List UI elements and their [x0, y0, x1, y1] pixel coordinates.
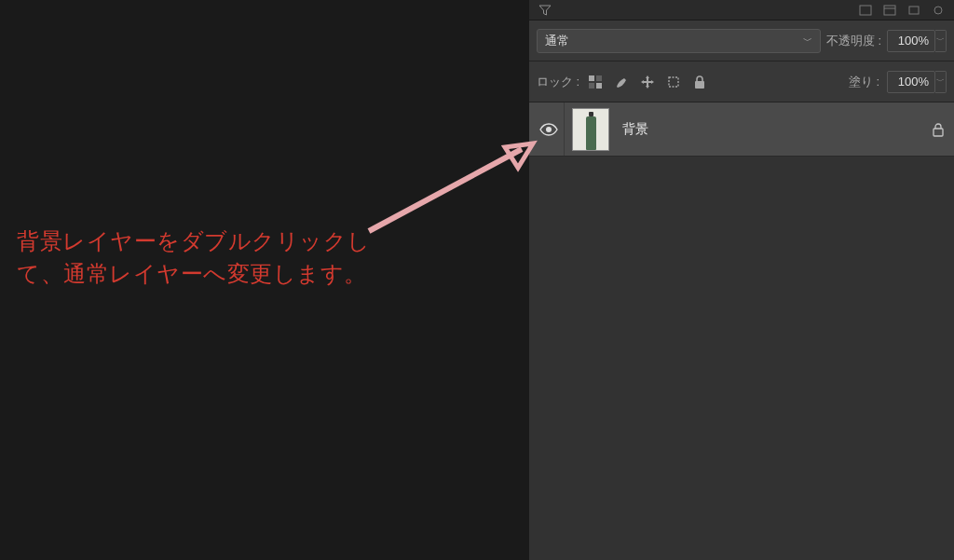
fill-value-input[interactable]: 100% — [887, 71, 935, 93]
opacity-stepper[interactable]: ﹀ — [935, 30, 947, 52]
layer-row-background[interactable]: 背景 — [529, 102, 954, 157]
svg-rect-8 — [596, 75, 602, 81]
panel-mini-icon-2[interactable] — [881, 4, 898, 17]
svg-marker-1 — [505, 143, 533, 168]
fill-label: 塗り : — [849, 74, 879, 90]
svg-rect-12 — [695, 81, 704, 89]
blend-mode-value: 通常 — [545, 33, 569, 49]
svg-rect-9 — [589, 83, 594, 89]
layer-name-label: 背景 — [622, 121, 648, 138]
blend-opacity-row: 通常 ﹀ 不透明度 : 100% ﹀ — [529, 20, 954, 61]
panel-mini-icon-4[interactable] — [930, 4, 947, 17]
panel-toolbar — [529, 0, 954, 20]
layer-visibility-toggle[interactable] — [533, 102, 565, 156]
panel-mini-icon-1[interactable] — [857, 4, 874, 17]
svg-rect-3 — [884, 6, 895, 15]
chevron-down-icon: ﹀ — [803, 34, 812, 48]
fill-stepper[interactable]: ﹀ — [935, 71, 947, 93]
lock-all-icon[interactable] — [691, 74, 708, 90]
blend-mode-select[interactable]: 通常 ﹀ — [537, 29, 821, 53]
svg-rect-14 — [934, 129, 943, 136]
layers-panel: 通常 ﹀ 不透明度 : 100% ﹀ ロック : — [529, 0, 954, 560]
lock-brush-icon[interactable] — [613, 74, 630, 90]
svg-rect-11 — [669, 77, 678, 87]
layer-list: 背景 — [529, 102, 954, 560]
filter-icon[interactable] — [537, 4, 553, 17]
svg-rect-5 — [909, 7, 919, 14]
svg-line-0 — [369, 149, 522, 231]
layer-lock-indicator-icon — [932, 122, 945, 137]
lock-artboard-icon[interactable] — [665, 74, 682, 90]
svg-point-13 — [546, 127, 552, 132]
svg-rect-2 — [860, 6, 871, 15]
svg-rect-10 — [596, 83, 602, 89]
canvas-area: 背景レイヤーをダブルクリックして、通常レイヤーへ変更します。 — [0, 0, 529, 560]
svg-rect-7 — [589, 75, 594, 81]
layer-thumbnail — [572, 108, 609, 151]
lock-label: ロック : — [537, 74, 579, 90]
lock-pixels-icon[interactable] — [587, 74, 604, 90]
lock-move-icon[interactable] — [639, 74, 656, 90]
panel-mini-icon-3[interactable] — [906, 4, 922, 17]
eye-icon — [539, 123, 558, 136]
lock-icons-group — [587, 74, 708, 90]
instruction-text: 背景レイヤーをダブルクリックして、通常レイヤーへ変更します。 — [17, 225, 380, 291]
opacity-label: 不透明度 : — [826, 33, 881, 49]
lock-fill-row: ロック : 塗り : 100% ﹀ — [529, 61, 954, 102]
opacity-value-input[interactable]: 100% — [887, 30, 935, 52]
svg-point-6 — [934, 7, 942, 14]
